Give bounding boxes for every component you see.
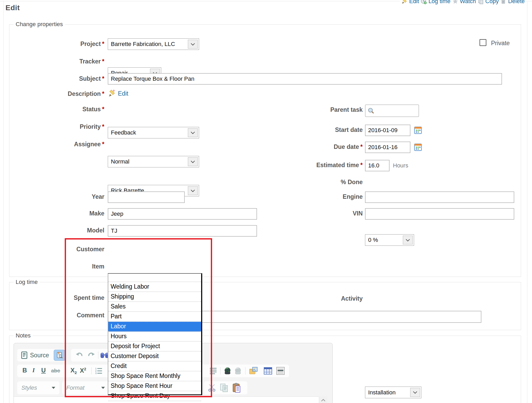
cut-icon[interactable]: [208, 384, 216, 392]
activity-label: Activity: [277, 295, 363, 302]
star-icon: [452, 0, 458, 4]
vin-input[interactable]: [365, 208, 514, 220]
due-date-label: Due date*: [277, 143, 363, 150]
table-icon[interactable]: [264, 367, 272, 375]
bold-button[interactable]: B: [22, 367, 27, 374]
strikethrough-button[interactable]: abc: [51, 368, 60, 374]
log-time-action[interactable]: Log time: [421, 0, 450, 5]
private-checkbox[interactable]: [480, 39, 486, 46]
clock-plus-icon: [421, 0, 427, 4]
dropdown-option[interactable]: Shop Space Rent Day: [108, 391, 201, 401]
start-date-input[interactable]: [365, 125, 410, 136]
chevron-down-icon: [101, 387, 105, 389]
item-dropdown-list[interactable]: Welding Labor Shipping Sales Part Labor …: [108, 273, 202, 395]
due-date-input[interactable]: [365, 142, 410, 153]
issue-action-bar: Edit Log time Watch Copy Delete: [400, 0, 526, 6]
redo-button[interactable]: [87, 352, 95, 359]
priority-select[interactable]: Normal: [108, 156, 199, 167]
delete-action[interactable]: Delete: [500, 0, 525, 5]
undo-button[interactable]: [75, 352, 83, 359]
chevron-down-icon[interactable]: [403, 236, 413, 244]
copy-action[interactable]: Copy: [477, 0, 499, 5]
engine-label: Engine: [277, 193, 363, 200]
dropdown-option[interactable]: Shop Space Rent Monthly: [108, 371, 201, 381]
italic-button[interactable]: I: [32, 367, 35, 374]
redo-icon: [87, 352, 95, 359]
preview-button[interactable]: [54, 350, 65, 361]
paste-icon[interactable]: [232, 383, 241, 393]
project-label: Project*: [18, 40, 104, 48]
chevron-down-icon[interactable]: [188, 128, 198, 137]
calendar-icon[interactable]: [414, 143, 422, 151]
toolbar-separator: [220, 367, 220, 375]
magnifier-icon: [368, 107, 374, 114]
dropdown-option[interactable]: [108, 274, 201, 282]
dropdown-option[interactable]: Shop Space Rent Hour: [108, 381, 201, 391]
document-lines-icon[interactable]: [276, 367, 285, 375]
page-left-border: [3, 1, 4, 403]
subject-input[interactable]: [108, 73, 502, 85]
underline-button[interactable]: U: [41, 367, 46, 374]
pencil-icon: [401, 0, 408, 4]
status-label: Status*: [18, 106, 104, 113]
dropdown-option[interactable]: Part: [108, 312, 201, 322]
project-select[interactable]: Barrette Fabrication, LLC: [108, 38, 199, 50]
subscript-button[interactable]: X2: [70, 367, 77, 375]
link-icon[interactable]: [223, 367, 232, 375]
parent-task-label: Parent task: [277, 106, 363, 113]
pencil-icon: [108, 89, 116, 97]
format-combo[interactable]: Format: [62, 381, 110, 394]
copy-icon: [477, 0, 484, 4]
item-label: Item: [18, 263, 104, 270]
chevron-down-icon[interactable]: [188, 186, 198, 195]
engine-input[interactable]: [365, 191, 514, 203]
vin-label: VIN: [277, 210, 363, 217]
toolbar-separator: [91, 367, 92, 375]
edit-action[interactable]: Edit: [401, 0, 419, 5]
percent-done-select[interactable]: 0 %: [365, 234, 414, 246]
description-edit-link[interactable]: Edit: [118, 90, 128, 97]
required-asterisk: *: [359, 162, 363, 168]
copy-pages-icon[interactable]: [220, 383, 229, 392]
required-asterisk: *: [101, 123, 104, 130]
styles-combo[interactable]: Styles: [17, 381, 59, 394]
dropdown-option[interactable]: Deposit for Project: [108, 342, 201, 352]
dropdown-option[interactable]: Welding Labor: [108, 282, 201, 292]
subject-label: Subject*: [18, 75, 104, 82]
estimated-time-input[interactable]: [365, 160, 390, 171]
calendar-icon[interactable]: [414, 126, 422, 134]
unlink-icon[interactable]: [234, 367, 242, 375]
source-button[interactable]: Source: [21, 352, 49, 359]
spent-time-label: Spent time: [18, 294, 104, 301]
dropdown-option-selected[interactable]: Labor: [108, 322, 201, 332]
preview-icon: [56, 352, 63, 359]
image-icon[interactable]: [249, 367, 258, 375]
make-input[interactable]: [108, 208, 257, 220]
justify-icon[interactable]: [209, 367, 217, 375]
chevron-down-icon[interactable]: [188, 40, 198, 49]
chevron-down-icon[interactable]: [188, 157, 198, 166]
log-time-fieldset: Log time: [9, 282, 521, 330]
dropdown-option[interactable]: Shipping: [108, 292, 201, 302]
editor-scrollbar[interactable]: [319, 396, 327, 403]
source-icon: [21, 352, 28, 359]
year-input[interactable]: [108, 191, 185, 203]
superscript-button[interactable]: X2: [80, 367, 86, 374]
estimated-time-label: Estimated time*: [277, 162, 363, 169]
dropdown-option[interactable]: Hours: [108, 332, 201, 342]
dropdown-option[interactable]: Sales: [108, 302, 201, 312]
start-date-label: Start date: [277, 126, 363, 133]
model-input[interactable]: [108, 225, 257, 237]
toolbar-separator: [66, 367, 66, 375]
numbered-list-icon[interactable]: 123: [95, 367, 103, 375]
dropdown-option[interactable]: Customer Deposit: [108, 352, 201, 361]
dropdown-option[interactable]: Credit: [108, 361, 201, 371]
status-select[interactable]: Feedback: [108, 127, 199, 138]
estimated-time-unit: Hours: [393, 162, 408, 169]
parent-task-input[interactable]: [365, 104, 419, 117]
trash-icon: [500, 0, 506, 4]
scroll-up-icon[interactable]: [321, 399, 326, 402]
toolbar-group-source: Source: [17, 349, 66, 361]
year-label: Year: [18, 193, 104, 200]
watch-action[interactable]: Watch: [452, 0, 476, 5]
